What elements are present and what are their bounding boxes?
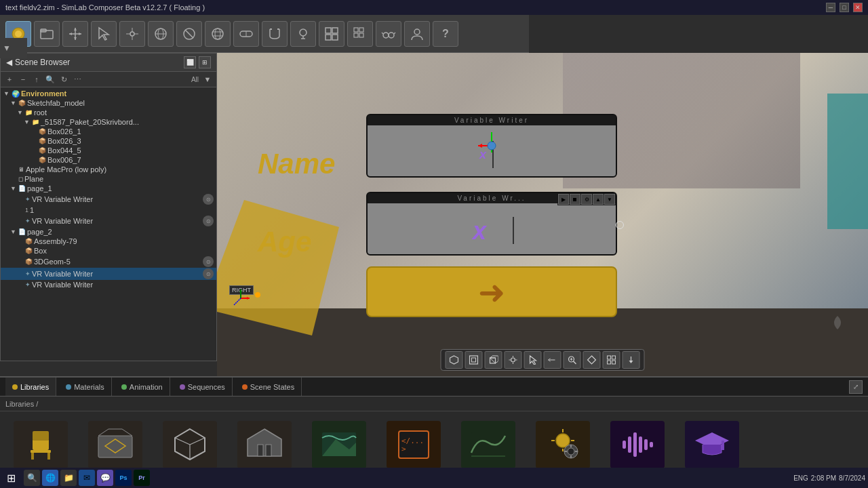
sb-up-btn[interactable]: ↑ — [31, 73, 43, 85]
taskbar-app-discord[interactable]: 💬 — [97, 470, 113, 486]
tree-item-page1[interactable]: ▼ 📄 page_1 — [1, 184, 216, 193]
tree-icon-environment: 🌍 — [12, 90, 20, 98]
toolbar-open-btn[interactable] — [34, 21, 60, 47]
toolbar-user-btn[interactable] — [404, 21, 430, 47]
tab-sequences[interactable]: Sequences — [173, 378, 233, 396]
sb-minus-btn[interactable]: − — [17, 73, 29, 85]
tree-item-box026-3[interactable]: ▶ 📦 Box026_3 — [1, 136, 216, 146]
vp-btn-move[interactable] — [544, 351, 561, 369]
taskbar-app-files[interactable]: 📁 — [60, 470, 77, 486]
vp-btn-diamond[interactable] — [583, 351, 601, 369]
taskbar-app-browser[interactable]: 🌐 — [42, 470, 58, 486]
minimize-button[interactable]: ─ — [826, 3, 835, 12]
tree-item-apple-mac[interactable]: ▶ 🖥 Apple MacPro (low poly) — [1, 165, 216, 174]
vp-mini-icon — [827, 312, 848, 336]
taskbar-app-search[interactable]: 🔍 — [24, 470, 40, 486]
taskbar-app-ps[interactable]: Ps — [115, 470, 132, 486]
toolbar-grid3-btn[interactable] — [347, 21, 373, 47]
lib-icon-sounds — [610, 421, 665, 468]
toolbar-grid2-btn[interactable] — [319, 21, 344, 47]
tree-arrow-environment[interactable]: ▼ — [3, 90, 10, 97]
tree-item-1[interactable]: ▶ 1 1 — [1, 205, 216, 215]
svg-text:x: x — [471, 217, 488, 245]
tree-icon-vrvar2: ✦ — [25, 218, 31, 224]
taskbar-app-mail[interactable]: ✉ — [79, 470, 95, 486]
scene-browser-layout-btn1[interactable]: ⬜ — [184, 56, 196, 68]
toolbar-nodes-btn[interactable] — [119, 21, 145, 47]
vr-btn-play[interactable]: ▶ — [558, 194, 569, 205]
toolbar-magnet-btn[interactable] — [262, 21, 288, 47]
taskbar-app-pr[interactable]: Pr — [134, 470, 150, 486]
tree-item-sketchfab-model[interactable]: ▼ 📦 Sketchfab_model — [1, 98, 216, 108]
sb-search-btn[interactable]: 🔍 — [44, 73, 56, 85]
tree-item-51587[interactable]: ▼ 📁 _51587_Paket_20Skrivbord... — [1, 117, 216, 127]
vp-btn-down[interactable] — [623, 351, 640, 369]
tree-arrow-page1[interactable]: ▼ — [10, 185, 17, 192]
sb-add-btn[interactable]: + — [3, 73, 16, 85]
toolbar-lamp-btn[interactable] — [290, 21, 316, 47]
toolbar-vr-btn[interactable] — [233, 21, 259, 47]
tree-item-vr-var1[interactable]: ▶ ✦ VR Variable Writer ⊙ — [1, 193, 216, 205]
vr-btn-stop[interactable]: ⏹ — [570, 194, 580, 205]
tab-materials[interactable]: Materials — [59, 378, 112, 396]
tree-item-environment[interactable]: ▼ 🌍 Environment — [1, 89, 216, 98]
vr-btn-settings[interactable]: ⚙ — [581, 194, 592, 205]
tree-item-vr-var3[interactable]: ▶ ✦ VR Variable Writer ⊙ — [1, 268, 216, 280]
close-button[interactable]: ✕ — [853, 3, 863, 12]
toolbar-glasses-btn[interactable] — [376, 21, 401, 47]
bottom-panel-expand-btn[interactable]: ⤢ — [849, 380, 863, 394]
scene-browser-layout-btn2[interactable]: ⊞ — [199, 56, 211, 68]
vr-box-1[interactable]: Variable Writer x — [366, 114, 617, 178]
sb-refresh-btn[interactable]: ↻ — [58, 73, 70, 85]
toolbar-help-btn[interactable]: ? — [433, 21, 458, 47]
vp-btn-zoom[interactable] — [564, 351, 581, 369]
start-button[interactable]: ⊞ — [3, 472, 20, 485]
toolbar-sphere-btn[interactable] — [148, 21, 174, 47]
svg-point-40 — [389, 33, 394, 38]
sb-filter-arrow-btn[interactable]: ▼ — [201, 73, 214, 85]
tree-label-box: Box — [34, 247, 47, 255]
tree-label-vrvar1: VR Variable Writer — [32, 195, 93, 203]
tree-icon-plane: ◻ — [18, 176, 23, 182]
vr-btn-up[interactable]: ▲ — [593, 194, 604, 205]
vp-btn-select[interactable] — [524, 351, 542, 369]
toolbar-select-btn[interactable] — [91, 21, 117, 47]
tree-item-page2[interactable]: ▼ 📄 page_2 — [1, 227, 216, 237]
vp-axis-indicator — [231, 288, 251, 308]
lib-icon-simlab-academy — [685, 421, 739, 468]
vp-btn-frame[interactable] — [465, 351, 483, 369]
tab-animation[interactable]: Animation — [115, 378, 170, 396]
tree-arrow-page2[interactable]: ▼ — [10, 228, 17, 235]
vp-btn-box[interactable] — [485, 351, 502, 369]
toolbar-slash-btn[interactable] — [176, 21, 202, 47]
tree-item-box006-7[interactable]: ▶ 📦 Box006_7 — [1, 155, 216, 165]
vr-btn-down[interactable]: ▼ — [604, 194, 615, 205]
tree-item-assembly79[interactable]: ▶ 📦 Assembly-79 — [1, 237, 216, 246]
tab-scene-states[interactable]: Scene States — [235, 378, 302, 396]
tree-arrow-sketchfab[interactable]: ▼ — [10, 100, 17, 106]
svg-rect-57 — [470, 356, 478, 364]
tree-item-plane[interactable]: ▶ ◻ Plane — [1, 174, 216, 184]
scene-browser-collapse-btn[interactable]: ◀ — [6, 58, 12, 67]
toolbar-move-btn[interactable] — [62, 21, 88, 47]
tree-item-box[interactable]: ▶ 📦 Box — [1, 246, 216, 256]
vr-arrow-box[interactable]: ➜ — [366, 266, 617, 317]
tree-arrow-root[interactable]: ▼ — [17, 109, 24, 116]
tab-libraries[interactable]: Libraries — [5, 378, 56, 396]
sb-more-btn[interactable]: ⋯ — [71, 73, 83, 85]
tree-arrow-51587[interactable]: ▼ — [24, 119, 31, 125]
maximize-button[interactable]: □ — [840, 3, 849, 12]
viewport[interactable]: Name Age RIGHT Variable Writer — [217, 53, 868, 376]
tree-item-box044-5[interactable]: ▶ 📦 Box044_5 — [1, 146, 216, 155]
vr-box-2[interactable]: 0.000 ▲ ▼ ▶ ⏹ ⚙ ▲ ▼ Variable Wr... x — [366, 192, 617, 256]
lib-icon-scripts: </... > — [387, 421, 441, 468]
vp-btn-light[interactable] — [505, 351, 522, 369]
vp-btn-cube[interactable] — [446, 351, 463, 369]
tree-item-vr-var4[interactable]: ▶ ✦ VR Variable Writer — [1, 280, 216, 289]
vp-btn-grid[interactable] — [603, 351, 620, 369]
tree-item-vr-var2[interactable]: ▶ ✦ VR Variable Writer ⊙ — [1, 215, 216, 227]
toolbar-globe-btn[interactable] — [205, 21, 231, 47]
tree-item-root[interactable]: ▼ 📁 root — [1, 108, 216, 117]
tree-item-box026-1[interactable]: ▶ 📦 Box026_1 — [1, 127, 216, 136]
tree-item-3dgeom5[interactable]: ▶ 📦 3DGeom-5 ⊙ — [1, 256, 216, 268]
